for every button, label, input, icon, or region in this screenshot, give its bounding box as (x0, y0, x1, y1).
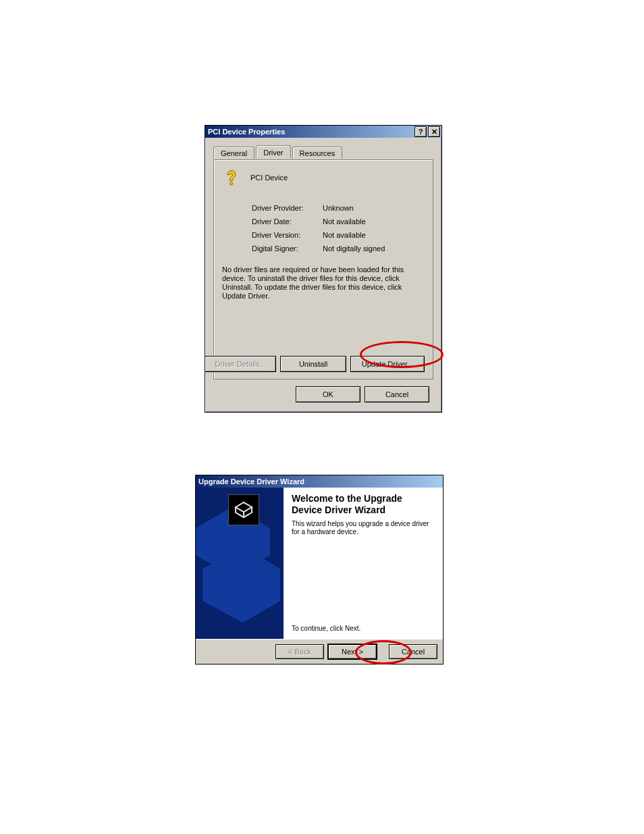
table-row: Digital Signer: Not digitally signed (252, 242, 390, 255)
table-row: Driver Provider: Unknown (252, 202, 390, 214)
svg-point-0 (230, 182, 232, 185)
tab-strip: General Driver Resources (213, 146, 433, 159)
driver-provider-label: Driver Provider: (252, 202, 321, 214)
next-button[interactable]: Next > (328, 644, 377, 659)
titlebar[interactable]: Upgrade Device Driver Wizard (196, 475, 443, 488)
close-button[interactable]: ✕ (428, 126, 440, 137)
wizard-heading: Welcome to the Upgrade Device Driver Wiz… (292, 493, 435, 516)
cancel-button[interactable]: Cancel (389, 644, 437, 659)
driver-date-label: Driver Date: (252, 215, 321, 228)
driver-description: No driver files are required or have bee… (222, 265, 425, 301)
wizard-main-panel: Welcome to the Upgrade Device Driver Wiz… (284, 488, 443, 639)
svg-marker-10 (236, 502, 252, 512)
help-button[interactable]: ? (414, 126, 427, 137)
driver-version-label: Driver Version: (252, 229, 321, 241)
tab-general[interactable]: General (213, 147, 254, 159)
driver-details-button: Driver Details... (205, 356, 276, 372)
driver-info-table: Driver Provider: Unknown Driver Date: No… (250, 201, 392, 256)
driver-provider-value: Unknown (323, 202, 390, 214)
ok-button[interactable]: OK (296, 386, 360, 402)
tab-driver[interactable]: Driver (256, 145, 290, 159)
dialog-title: Upgrade Device Driver Wizard (197, 477, 441, 486)
properties-dialog: PCI Device Properties ? ✕ General Driver… (205, 125, 442, 413)
cancel-button[interactable]: Cancel (365, 386, 429, 402)
titlebar[interactable]: PCI Device Properties ? ✕ (205, 126, 441, 138)
svg-rect-8 (219, 581, 230, 585)
driver-date-value: Not available (323, 215, 390, 228)
wizard-dialog: Upgrade Device Driver Wizard (195, 475, 444, 664)
update-driver-button[interactable]: Update Driver... (350, 356, 425, 372)
driver-version-value: Not available (323, 229, 390, 241)
wizard-button-bar: < Back Next > Cancel (196, 639, 443, 664)
device-name: PCI Device (250, 174, 288, 182)
wizard-continue-text: To continue, click Next. (292, 625, 360, 632)
unknown-device-icon (222, 168, 241, 187)
tab-panel-driver: PCI Device Driver Provider: Unknown Driv… (213, 159, 433, 380)
wizard-subtext: This wizard helps you upgrade a device d… (292, 520, 433, 536)
svg-rect-9 (232, 589, 243, 593)
wizard-device-icon (228, 494, 259, 525)
back-button: < Back (275, 644, 324, 659)
digital-signer-value: Not digitally signed (323, 242, 390, 255)
digital-signer-label: Digital Signer: (252, 242, 321, 255)
table-row: Driver Version: Not available (252, 229, 390, 241)
uninstall-button[interactable]: Uninstall (280, 356, 346, 372)
table-row: Driver Date: Not available (252, 215, 390, 228)
dialog-title: PCI Device Properties (207, 128, 413, 136)
tab-resources[interactable]: Resources (292, 147, 343, 159)
wizard-side-graphic (196, 488, 284, 639)
